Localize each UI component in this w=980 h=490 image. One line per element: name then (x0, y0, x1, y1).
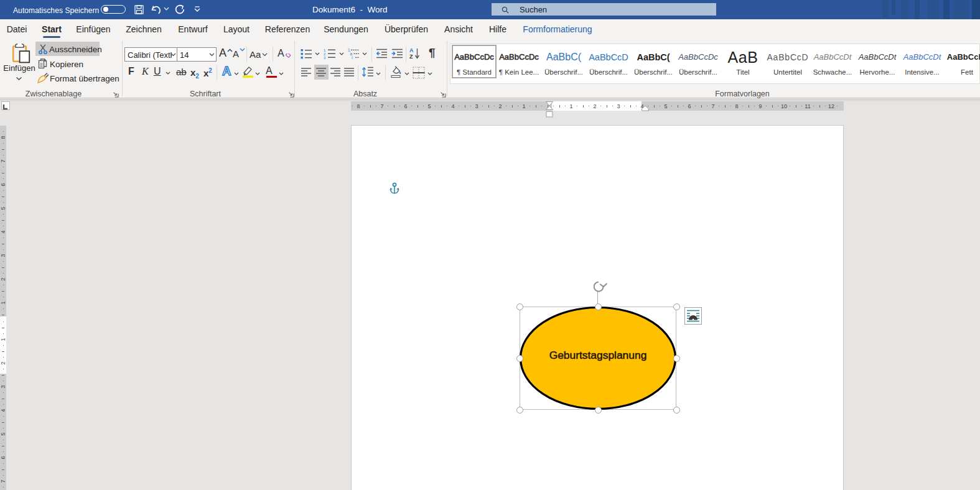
svg-text:A: A (409, 47, 414, 53)
svg-text:Geburtstagsplanung: Geburtstagsplanung (549, 349, 647, 361)
svg-text:3: 3 (324, 56, 326, 60)
svg-text:Z: Z (409, 53, 413, 60)
svg-text:i: i (352, 55, 352, 59)
